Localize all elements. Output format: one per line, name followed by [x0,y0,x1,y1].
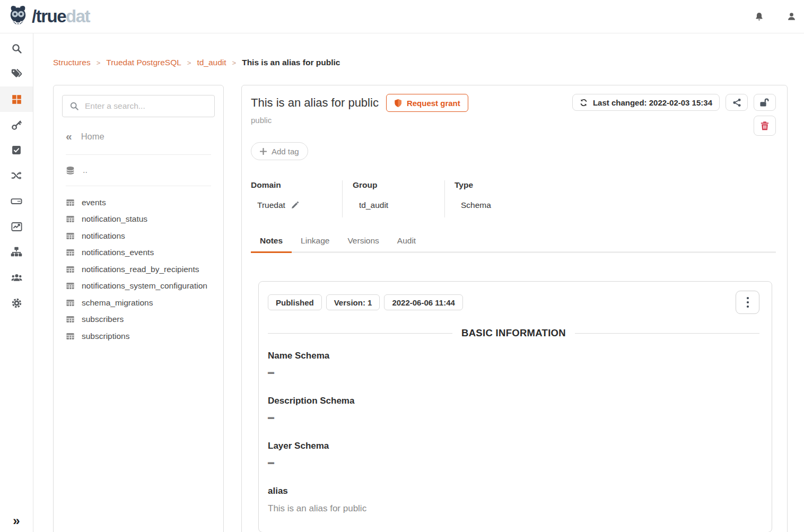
table-row-notification-status[interactable]: notification_status [66,211,211,228]
table-row-notifications[interactable]: notifications [66,228,211,245]
breadcrumb-group[interactable]: td_audit [197,58,226,67]
rail-spacer [0,316,33,510]
database-icon [66,166,75,175]
table-name: subscribers [82,315,124,324]
trash-icon [761,121,769,130]
field-value: This is an alias for public [268,503,759,514]
unlock-icon [759,98,770,107]
delete-button[interactable] [754,116,776,136]
user-icon[interactable] [786,11,797,22]
field-value-empty: ▬ [268,368,759,376]
rail-sitemap-icon[interactable] [0,239,33,265]
rail-tags-icon[interactable] [0,61,33,86]
tree-search-box [62,95,215,117]
home-link[interactable]: Home [81,132,104,142]
share-button[interactable] [726,94,748,111]
table-list: events notification_status notifications… [62,194,215,345]
field-label: Name Schema [268,351,759,361]
search-input[interactable] [85,101,207,111]
table-name: notification_status [82,214,147,224]
bell-icon[interactable] [754,11,764,22]
breadcrumb-structures[interactable]: Structures [53,58,91,67]
request-grant-label: Request grant [407,99,460,108]
status-badge: Published [268,294,322,310]
rail-shuffle-icon[interactable] [0,163,33,188]
brand-name: /truedat [32,6,90,27]
table-name: notifications_system_configuration [82,281,207,291]
table-name: subscriptions [82,332,129,341]
home-row: « Home [66,130,211,155]
refresh-icon [580,99,588,107]
search-icon [69,101,79,111]
published-date-badge: 2022-06-06 11:44 [384,294,462,310]
add-tag-label: Add tag [272,147,299,156]
icon-rail: » [0,33,33,532]
rail-users-icon[interactable] [0,265,33,290]
tab-versions[interactable]: Versions [338,232,388,251]
table-name: notifications_read_by_recipients [82,265,199,274]
breadcrumb: Structures > Truedat PostgreSQL > td_aud… [53,58,340,67]
rail-search-icon[interactable] [0,36,33,61]
table-row-schema-migrations[interactable]: schema_migrations [66,294,211,311]
note-badges: Published Version: 1 2022-06-06 11:44 [268,294,759,310]
last-changed-label: Last changed: 2022-02-03 15:34 [593,98,712,107]
detail-controls: Last changed: 2022-02-03 15:34 [572,94,776,136]
structure-tree-panel: « Home .. events notification_status not… [53,85,224,532]
last-changed-button[interactable]: Last changed: 2022-02-03 15:34 [572,94,720,111]
field-description-schema: Description Schema ▬ [268,396,759,421]
tab-audit[interactable]: Audit [388,232,425,251]
group-value: td_audit [359,200,388,210]
section-heading: BASIC INFORMATION [268,327,759,339]
request-grant-button[interactable]: Request grant [386,94,468,112]
controls-row-1: Last changed: 2022-02-03 15:34 [572,94,776,111]
add-tag-button[interactable]: Add tag [251,142,308,160]
page-title: This is an alias for public [251,96,379,110]
edit-domain-pencil-icon[interactable] [291,201,299,210]
note-menu-kebab-button[interactable] [736,291,759,314]
breadcrumb-separator: > [97,59,101,67]
tab-notes[interactable]: Notes [251,232,292,253]
field-label: Layer Schema [268,441,759,451]
plus-icon [260,148,267,155]
table-row-notifications-events[interactable]: notifications_events [66,245,211,261]
rail-gear-icon[interactable] [0,290,33,316]
note-fields: Name Schema ▬ Description Schema ▬ Layer… [268,351,759,514]
domain-value: Truedat [257,200,285,210]
tab-linkage[interactable]: Linkage [292,232,338,251]
shield-icon [394,99,402,108]
rail-check-square-icon[interactable] [0,137,33,163]
table-row-events[interactable]: events [66,194,211,211]
rail-hdd-icon[interactable] [0,188,33,214]
field-label: Description Schema [268,396,759,406]
field-name-schema: Name Schema ▬ [268,351,759,376]
detail-tabs: Notes Linkage Versions Audit [251,232,776,253]
field-layer-schema: Layer Schema ▬ [268,441,759,466]
owl-logo-icon [6,4,30,29]
group-label: Group [353,180,444,190]
version-badge: Version: 1 [326,294,380,310]
breadcrumb-separator: > [187,59,191,67]
section-title: BASIC INFORMATION [461,327,566,339]
field-label: alias [268,486,759,496]
table-row-subscribers[interactable]: subscribers [66,311,211,328]
table-row-notifications-system-configuration[interactable]: notifications_system_configuration [66,278,211,295]
breadcrumb-system[interactable]: Truedat PostgreSQL [106,58,181,67]
type-label: Type [455,180,491,190]
field-value-empty: ▬ [268,413,759,421]
parent-level-item[interactable]: .. [66,165,211,186]
table-row-subscriptions[interactable]: subscriptions [66,328,211,345]
rail-chart-line-icon[interactable] [0,214,33,239]
rail-structures-grid-icon[interactable] [0,86,33,112]
meta-type: Type Schema [445,180,491,217]
breadcrumb-current: This is an alias for public [242,58,340,67]
unlock-button[interactable] [754,94,776,111]
meta-domain: Domain Truedat [251,180,343,217]
truedat-logo[interactable]: /truedat [6,4,90,29]
domain-label: Domain [251,180,342,190]
expand-sidebar-chevrons[interactable]: » [0,510,33,532]
collapse-panel-chevrons[interactable]: « [66,130,72,143]
table-name: notifications_events [82,248,154,257]
rail-key-icon[interactable] [0,112,33,137]
meta-section: Domain Truedat Group td_audit Type Schem… [251,180,776,217]
table-row-notifications-read-by-recipients[interactable]: notifications_read_by_recipients [66,261,211,278]
